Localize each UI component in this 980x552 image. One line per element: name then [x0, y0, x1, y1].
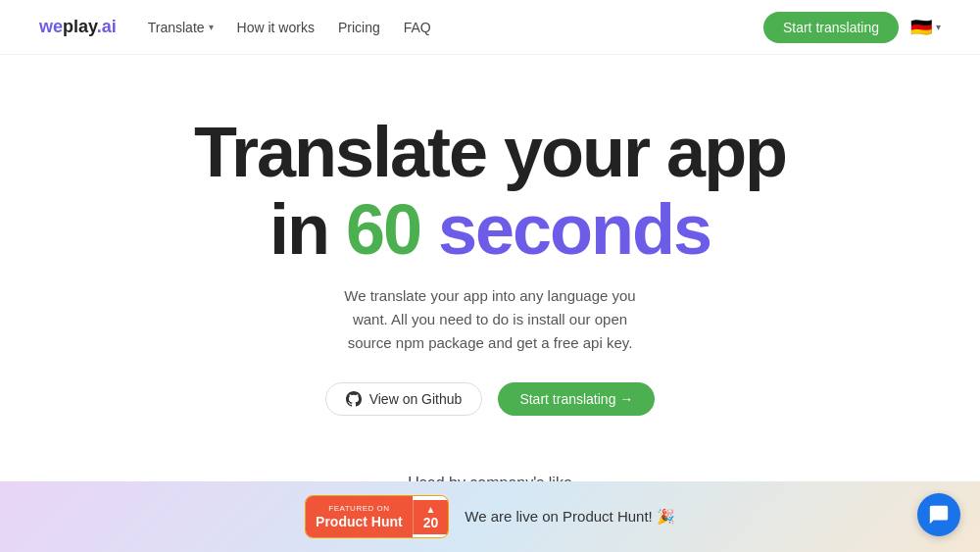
nav-pricing[interactable]: Pricing: [338, 20, 380, 35]
logo-play: play: [63, 17, 97, 36]
nav-faq[interactable]: FAQ: [404, 20, 431, 35]
navbar-right: Start translating 🇩🇪 ▾: [763, 12, 941, 43]
ph-badge-left: FEATURED ON Product Hunt: [306, 496, 413, 537]
nav-translate[interactable]: Translate ▾: [148, 20, 214, 35]
hero-title: Translate your app in 60 seconds: [194, 114, 786, 269]
hero-title-line1: Translate your app: [194, 113, 786, 191]
logo-ai: .ai: [97, 17, 117, 36]
flag-icon: 🇩🇪: [910, 17, 932, 38]
ph-count: 20: [423, 515, 439, 530]
chat-bubble[interactable]: [917, 493, 960, 536]
language-selector[interactable]: 🇩🇪 ▾: [910, 17, 941, 38]
hero-subtitle: We translate your app into any language …: [333, 284, 647, 355]
hero-actions: View on Github Start translating →: [325, 382, 656, 416]
logo-we: we: [39, 17, 63, 36]
chevron-down-icon: ▾: [209, 22, 214, 32]
live-text: We are live on Product Hunt! 🎉: [465, 508, 675, 526]
bottom-banner: FEATURED ON Product Hunt ▲ 20 We are liv…: [0, 481, 980, 552]
hero-title-line2: in 60 seconds: [194, 191, 786, 269]
start-translating-button[interactable]: Start translating: [763, 12, 899, 43]
start-translating-hero-button[interactable]: Start translating →: [498, 382, 655, 416]
github-button-label: View on Github: [369, 391, 463, 407]
hero-section: Translate your app in 60 seconds We tran…: [0, 55, 980, 455]
nav-how-it-works[interactable]: How it works: [237, 20, 315, 35]
logo[interactable]: weplay.ai: [39, 17, 117, 37]
ph-badge-right: ▲ 20: [413, 500, 449, 534]
github-button[interactable]: View on Github: [325, 382, 483, 416]
github-icon: [346, 391, 362, 407]
nav-links: Translate ▾ How it works Pricing FAQ: [148, 20, 431, 35]
product-hunt-badge[interactable]: FEATURED ON Product Hunt ▲ 20: [305, 495, 449, 538]
hero-title-seconds: seconds: [438, 190, 710, 269]
ph-product-hunt-name: Product Hunt: [316, 514, 403, 529]
navbar: weplay.ai Translate ▾ How it works Prici…: [0, 0, 980, 55]
flag-chevron-icon: ▾: [936, 22, 941, 32]
ph-featured-label: FEATURED ON: [328, 504, 389, 514]
navbar-left: weplay.ai Translate ▾ How it works Prici…: [39, 17, 431, 37]
hero-title-in: in: [270, 190, 346, 269]
ph-arrow-icon: ▲: [426, 504, 436, 515]
chat-icon: [928, 504, 950, 526]
hero-title-num: 60: [346, 190, 420, 269]
